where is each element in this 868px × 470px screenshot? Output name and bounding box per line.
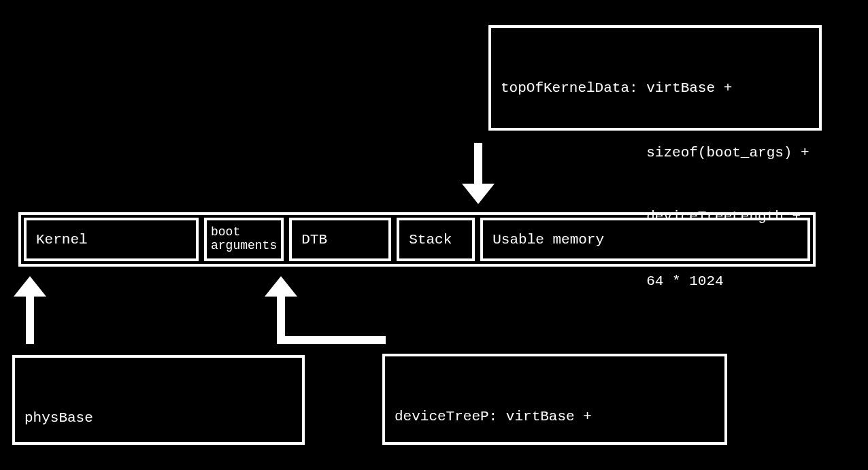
mem-dtb-label: DTB: [301, 232, 327, 248]
top-line-4: 64 * 1024: [501, 271, 809, 292]
left-annotation-box: physBase virtBase: 0xfffffff000000000 + …: [12, 355, 305, 445]
mem-usable: Usable memory: [480, 218, 810, 261]
mem-usable-label: Usable memory: [493, 232, 604, 248]
top-arrow-head: [462, 184, 495, 204]
mem-boot-args: boot arguments: [204, 218, 284, 261]
right-line-1: deviceTreeP: virtBase +: [395, 406, 715, 428]
mem-boot-line2: arguments: [211, 239, 277, 253]
top-arrow-shaft: [474, 143, 482, 187]
mem-boot-line1: boot: [211, 226, 240, 239]
top-annotation-box: topOfKernelData: virtBase + sizeof(boot_…: [488, 25, 822, 131]
left-arrow-shaft: [26, 294, 34, 344]
mem-kernel: Kernel: [24, 218, 199, 261]
mem-stack: Stack: [397, 218, 475, 261]
mem-kernel-label: Kernel: [36, 232, 88, 248]
mem-stack-label: Stack: [409, 232, 452, 248]
top-line-2: sizeof(boot_args) +: [501, 142, 809, 164]
top-line-1: topOfKernelData: virtBase +: [501, 78, 809, 99]
dtb-arrow-shaft-vert: [277, 294, 285, 339]
dtb-arrow-shaft-horiz: [277, 336, 386, 344]
memory-layout: Kernel boot arguments DTB Stack Usable m…: [18, 212, 816, 267]
mem-dtb: DTB: [289, 218, 391, 261]
right-annotation-box: deviceTreeP: virtBase + sizeof(boot_args…: [382, 354, 727, 445]
left-line-1: physBase: [24, 407, 293, 429]
